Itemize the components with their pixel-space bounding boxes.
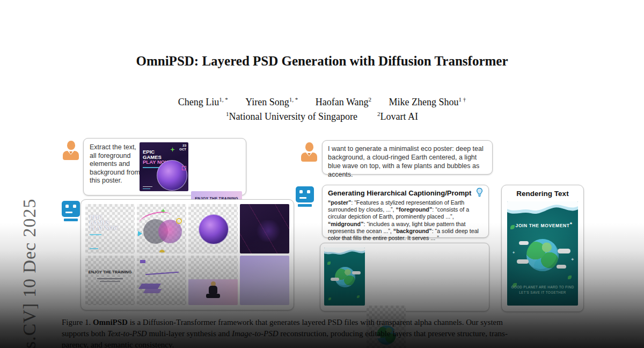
eco-layer-composite xyxy=(324,248,365,306)
wave-shape xyxy=(324,248,365,257)
poster-epic-photo-circle xyxy=(157,160,187,191)
input-poster-epic-games: 23 OCT EPIC GAMES PLAY NOW xyxy=(140,142,188,191)
psd-layers-grid: EPIC GAMES PLAY NOW xyxy=(85,204,289,305)
leaf-accent xyxy=(568,276,572,279)
page-title: OmniPSD: Layered PSD Generation with Dif… xyxy=(0,54,644,69)
paper-page: cs.CV] 10 Dec 2025 OmniPSD: Layered PSD … xyxy=(0,0,644,348)
cyan-text-bar xyxy=(90,234,101,235)
layer-epic-text: EPIC GAMES PLAY NOW xyxy=(90,215,118,231)
layer-tile-dark-background xyxy=(240,204,289,253)
robot-icon xyxy=(62,201,80,221)
eco-layers-box xyxy=(320,243,489,311)
cyan-triangle xyxy=(138,231,145,236)
affiliation-line: 1National University of Singapore 2Lovar… xyxy=(0,111,644,122)
figure-caption: Figure 1. OmniPSD is a Diffusion-Transfo… xyxy=(62,317,585,348)
layer-tile-training-text: ENJOY THE TRAINING xyxy=(85,256,135,305)
layer-tile-ribbons xyxy=(137,256,186,305)
sub-bar2 xyxy=(100,281,120,282)
author-1: Cheng Liu1, * xyxy=(178,97,228,107)
wave-shape xyxy=(507,201,578,218)
user-icon xyxy=(63,141,79,162)
generated-eco-poster: JOIN THE MOVEMENT ★ ✚ ✚ GOOD PLANET ARE … xyxy=(507,201,578,306)
layer-tile-epic-text: EPIC GAMES PLAY NOW xyxy=(85,204,135,253)
image-to-psd-prompt-text: Extract the text, all foreground element… xyxy=(90,143,140,185)
leaf-accent xyxy=(327,262,331,265)
person-silhouette xyxy=(206,281,220,301)
cloud-shape xyxy=(557,265,566,269)
square-accent xyxy=(182,166,186,170)
leaf-accent xyxy=(328,298,331,300)
psd-layers-grid-box: EPIC GAMES PLAY NOW xyxy=(80,199,294,310)
captioning-title: Generating Hierarchical Captioning/Promp… xyxy=(328,189,471,197)
ribbon-1 xyxy=(138,284,161,289)
leaf-accent xyxy=(357,295,360,298)
cloud-shape xyxy=(517,259,529,264)
earth-illustration xyxy=(526,239,559,271)
cloud-shape xyxy=(331,278,339,281)
captioning-body: “poster”: “Features a stylized represent… xyxy=(328,199,484,242)
poster-headline: JOIN THE MOVEMENT xyxy=(507,223,578,228)
affiliation-2: 2Lovart AI xyxy=(377,111,418,122)
poster-epic-subline xyxy=(143,167,160,168)
layer-tile-lavender-background xyxy=(240,256,289,305)
cloud-shape xyxy=(558,249,570,253)
poster-footer-line1: GOOD PLANET ARE HARD TO FIND xyxy=(507,285,578,289)
rendering-text-card: Rendering Text JOIN THE MOVEMENT ★ ✚ ✚ G… xyxy=(501,185,584,312)
sub-bar1 xyxy=(97,278,123,279)
poster-epic-footer-bar2 xyxy=(143,189,150,190)
image-to-psd-prompt-box: Extract the text, all foreground element… xyxy=(83,138,246,195)
affiliation-1: 1National University of Singapore xyxy=(226,111,357,122)
ribbon-2 xyxy=(143,289,162,293)
purple-tag xyxy=(140,260,145,263)
rendering-card-title: Rendering Text xyxy=(502,190,583,198)
text-to-psd-prompt-text: I want to generate a minimalist eco post… xyxy=(328,144,487,179)
bg-glow xyxy=(255,220,282,242)
cloud-shape xyxy=(519,241,529,245)
yellow-half-circle xyxy=(159,250,165,252)
purple-line xyxy=(145,272,179,275)
captioning-box: Generating Hierarchical Captioning/Promp… xyxy=(322,185,489,238)
sparkle-dot: ✚ xyxy=(571,257,574,261)
user-icon-right xyxy=(301,142,317,164)
poster-epic-footer-bar xyxy=(143,186,152,187)
layer-tile-person xyxy=(188,256,238,305)
layer-tile-photo-circle xyxy=(188,204,238,253)
layer-tile-shapes xyxy=(137,204,186,253)
text-to-psd-prompt-box: I want to generate a minimalist eco post… xyxy=(322,140,493,175)
sparkle-dot: ✚ xyxy=(513,251,515,254)
yellow-ring xyxy=(176,218,182,224)
leaf-accent xyxy=(510,225,515,229)
earth-illustration xyxy=(335,267,355,287)
lightbulb-icon xyxy=(475,187,484,197)
robot-icon-right xyxy=(296,186,314,207)
author-line: Cheng Liu1, * Yiren Song1, * Haofan Wang… xyxy=(0,96,644,108)
layer-training-text: ENJOY THE TRAINING xyxy=(85,270,135,274)
gamer-photo-circle xyxy=(199,214,229,244)
author-2: Yiren Song1, * xyxy=(245,97,298,107)
poster-date: 23 OCT xyxy=(179,144,186,151)
cloud-shape xyxy=(352,271,361,274)
author-4: Mike Zheng Shou1 † xyxy=(389,97,466,107)
star-accent-icon xyxy=(170,147,175,152)
cyan-text-bar2 xyxy=(90,248,98,249)
arxiv-watermark: cs.CV] 10 Dec 2025 xyxy=(19,177,41,348)
star-dot: ★ xyxy=(569,221,573,226)
author-3: Haofan Wang2 xyxy=(316,97,371,107)
poster-footer-line2: LET'S SAVE IT TOGETHER xyxy=(507,291,578,294)
